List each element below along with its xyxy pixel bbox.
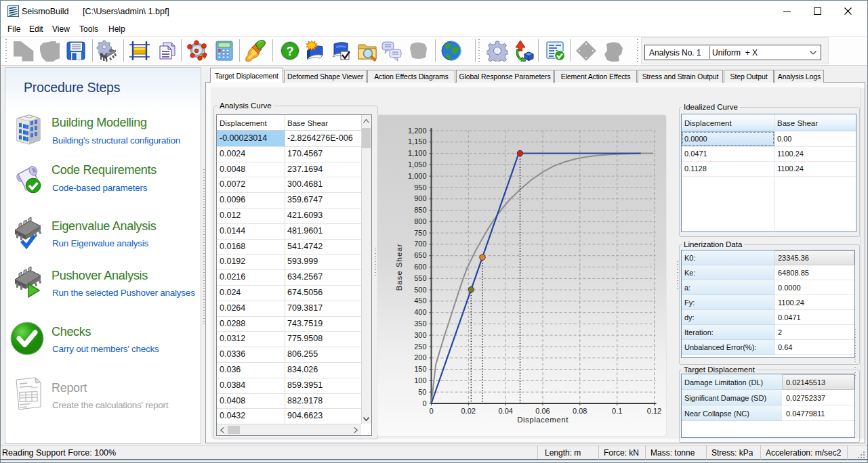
svg-text:1,050: 1,050 bbox=[408, 160, 427, 169]
svg-text:0.06: 0.06 bbox=[535, 407, 550, 415]
svg-text:350: 350 bbox=[414, 319, 426, 328]
svg-text:0.12: 0.12 bbox=[647, 407, 661, 415]
svg-text:700: 700 bbox=[414, 240, 426, 248]
svg-text:1,150: 1,150 bbox=[408, 137, 427, 146]
svg-text:900: 900 bbox=[414, 194, 426, 202]
svg-text:?: ? bbox=[287, 45, 294, 58]
svg-text:0: 0 bbox=[429, 407, 433, 415]
svg-text:750: 750 bbox=[414, 229, 426, 237]
svg-text:550: 550 bbox=[414, 274, 426, 282]
svg-text:500: 500 bbox=[414, 286, 426, 294]
svg-text:0.02: 0.02 bbox=[461, 407, 476, 415]
svg-text:600: 600 bbox=[414, 263, 426, 271]
svg-text:650: 650 bbox=[414, 251, 426, 259]
svg-text:1,000: 1,000 bbox=[408, 172, 427, 180]
svg-text:1,200: 1,200 bbox=[408, 127, 427, 135]
svg-text:150: 150 bbox=[414, 365, 426, 373]
svg-text:1,100: 1,100 bbox=[408, 149, 427, 157]
svg-text:300: 300 bbox=[414, 331, 426, 339]
svg-text:0: 0 bbox=[422, 399, 426, 407]
svg-text:0.1: 0.1 bbox=[612, 407, 622, 415]
svg-text:50: 50 bbox=[418, 388, 426, 396]
svg-text:100: 100 bbox=[414, 376, 426, 384]
svg-text:850: 850 bbox=[414, 206, 426, 214]
svg-text:250: 250 bbox=[414, 343, 426, 351]
svg-text:0.04: 0.04 bbox=[498, 407, 512, 415]
svg-text:200: 200 bbox=[414, 353, 426, 361]
svg-text:Base Shear: Base Shear bbox=[395, 243, 403, 290]
svg-text:400: 400 bbox=[414, 308, 426, 316]
svg-text:0.08: 0.08 bbox=[573, 407, 587, 415]
svg-text:950: 950 bbox=[414, 183, 426, 192]
svg-text:800: 800 bbox=[414, 217, 426, 225]
svg-text:Displacement: Displacement bbox=[517, 416, 569, 424]
svg-text:450: 450 bbox=[414, 296, 426, 305]
